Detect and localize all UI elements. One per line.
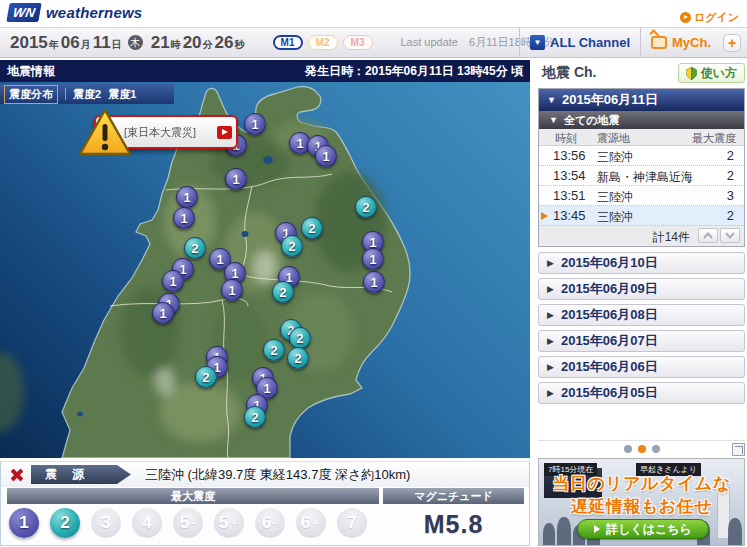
- intensity-marker-1: 1: [173, 207, 195, 229]
- carousel-dot-3[interactable]: [652, 445, 660, 453]
- intensity-marker-1: 1: [362, 248, 384, 270]
- disaster-warning-banner[interactable]: [東日本大震災]: [76, 106, 241, 164]
- top-header: WN weathernews ログイン: [0, 0, 747, 27]
- quake-row[interactable]: 13:45三陸沖2: [539, 206, 744, 226]
- intensity-marker-2: 2: [263, 339, 285, 361]
- chevron-down-icon: [725, 232, 735, 239]
- intensity-scale-4: 4: [132, 508, 162, 538]
- intensity-marker-1: 1: [315, 145, 337, 167]
- play-icon: [594, 525, 600, 533]
- day-accordion-2015年06月10日[interactable]: ▶2015年06月10日: [538, 252, 745, 274]
- day-label: 2015年06月07日: [561, 332, 658, 350]
- datetime-value: 06: [61, 33, 80, 53]
- warning-banner-label: [東日本大震災]: [124, 125, 217, 140]
- triangle-down-icon: ▼: [547, 95, 556, 105]
- weathernews-logo[interactable]: WN weathernews: [8, 3, 142, 22]
- datetime-unit: 月: [81, 38, 91, 52]
- intensity-sign: −: [272, 518, 278, 529]
- col-time: 時刻: [555, 131, 577, 146]
- intensity-marker-2: 2: [272, 281, 294, 303]
- day-label: 2015年06月10日: [561, 254, 658, 272]
- datetime-value: 26: [215, 33, 234, 53]
- quake-row[interactable]: 13:51三陸沖3: [539, 186, 744, 206]
- silhouette: [728, 518, 742, 545]
- my-channel-label: MyCh.: [672, 35, 711, 50]
- quake-list-panel: ▼ 2015年06月11日 ▼ 全ての地震 時刻 震源地 最大震度 13:56三…: [538, 88, 745, 247]
- day-accordion-2015年06月07日[interactable]: ▶2015年06月07日: [538, 330, 745, 352]
- tab-divider: [65, 88, 66, 100]
- play-icon[interactable]: [217, 126, 232, 139]
- intensity-marker-1: 1: [152, 302, 174, 324]
- quake-epicenter: 三陸沖: [597, 189, 633, 206]
- how-to-use-button[interactable]: 使い方: [678, 63, 745, 83]
- date-time-bar: 2015年06月11日木21時20分26秒 M1M2M3 Last update…: [0, 27, 747, 58]
- tab-intensity-1[interactable]: 震度1: [108, 87, 136, 102]
- add-channel-button[interactable]: +: [723, 34, 741, 52]
- quake-epicenter: 三陸沖: [597, 209, 633, 226]
- m-badge-m2[interactable]: M2: [308, 35, 338, 50]
- max-intensity-header: 最大震度: [7, 488, 379, 504]
- map-title: 地震情報: [7, 63, 55, 80]
- day-accordion-2015年06月09日[interactable]: ▶2015年06月09日: [538, 278, 745, 300]
- intensity-marker-1: 1: [244, 113, 266, 135]
- scroll-up-button[interactable]: [698, 228, 718, 243]
- epicenter-label: 震 源: [31, 465, 131, 484]
- carousel-dot-1[interactable]: [624, 445, 632, 453]
- sidebar-title: 地震 Ch.: [542, 64, 596, 82]
- intensity-sign: ＋: [311, 516, 321, 530]
- intensity-marker-1: 1: [363, 271, 385, 293]
- m-badge-m1[interactable]: M1: [273, 35, 303, 50]
- current-datetime: 2015年06月11日木21時20分26秒: [10, 33, 247, 53]
- tab-intensity-map[interactable]: 震度分布: [4, 85, 58, 104]
- intensity-scale-5-minus: 5−: [173, 508, 203, 538]
- day-accordion-2015年06月06日[interactable]: ▶2015年06月06日: [538, 356, 745, 378]
- wn-logo-icon: WN: [6, 3, 41, 22]
- beginner-mark-icon: [686, 67, 697, 80]
- day-accordion-2015年06月05日[interactable]: ▶2015年06月05日: [538, 382, 745, 404]
- intensity-marker-2: 2: [289, 327, 311, 349]
- datetime-value: 21: [151, 33, 170, 53]
- quake-time: 13:45: [553, 208, 586, 223]
- datetime-unit: 日: [112, 38, 122, 52]
- advertisement: 7時15分現在 早起きさんより 当日のリアルタイムな 遅延情報もお任せ 詳しくは…: [538, 458, 745, 546]
- intensity-marker-1: 1: [162, 270, 184, 292]
- triangle-right-icon: ▶: [547, 362, 554, 372]
- col-epicenter: 震源地: [597, 131, 630, 146]
- login-link[interactable]: ログイン: [680, 10, 739, 25]
- triangle-right-icon: ▶: [547, 284, 554, 294]
- carousel-dot-2[interactable]: [638, 445, 646, 453]
- active-day-label: 2015年06月11日: [562, 91, 658, 109]
- m-badge-m3[interactable]: M3: [343, 35, 373, 50]
- day-label: 2015年06月06日: [561, 358, 658, 376]
- intensity-marker-2: 2: [184, 237, 206, 259]
- active-day-header[interactable]: ▼ 2015年06月11日: [539, 89, 744, 111]
- datetime-value: 20: [183, 33, 202, 53]
- all-channel-button[interactable]: ▼ ALL Channel: [519, 28, 640, 57]
- all-quakes-subheader[interactable]: ▼ 全ての地震: [539, 111, 744, 129]
- epicenter-panel: 震 源 三陸沖 (北緯39.7度 東経143.7度 深さ約10km) 最大震度 …: [0, 461, 530, 546]
- quake-list-footer: 計14件: [539, 226, 744, 246]
- login-arrow-icon: [680, 12, 691, 23]
- tab-intensity-2[interactable]: 震度2: [73, 87, 101, 102]
- scroll-down-button[interactable]: [720, 228, 740, 243]
- intensity-marker-1: 1: [225, 168, 247, 190]
- sidebar-header: 地震 Ch. 使い方: [538, 60, 747, 86]
- all-channel-label: ALL Channel: [550, 35, 630, 50]
- last-update-label: Last update: [401, 36, 459, 48]
- quake-row[interactable]: 13:56三陸沖2: [539, 146, 744, 166]
- quake-table-header: 時刻 震源地 最大震度: [539, 129, 744, 146]
- triangle-right-icon: ▶: [547, 310, 554, 320]
- magnitude-value: M5.8: [383, 506, 524, 542]
- day-label: 2015年06月08日: [561, 306, 658, 324]
- magnitude-filter-badges: M1M2M3: [273, 35, 373, 50]
- expand-icon[interactable]: [732, 443, 745, 456]
- triangle-right-icon: ▶: [547, 258, 554, 268]
- all-quakes-label: 全ての地震: [564, 113, 620, 128]
- intensity-sign: −: [190, 518, 196, 529]
- day-accordion-2015年06月08日[interactable]: ▶2015年06月08日: [538, 304, 745, 326]
- quake-channel-sidebar: 地震 Ch. 使い方 ▼ 2015年06月11日 ▼ 全ての地震 時刻 震源地: [538, 60, 747, 547]
- my-channel-button[interactable]: MyCh.: [640, 28, 721, 57]
- ad-details-button[interactable]: 詳しくはこちら: [577, 519, 709, 539]
- carousel-dots: [624, 445, 660, 453]
- quake-row[interactable]: 13:54新島・神津島近海2: [539, 166, 744, 186]
